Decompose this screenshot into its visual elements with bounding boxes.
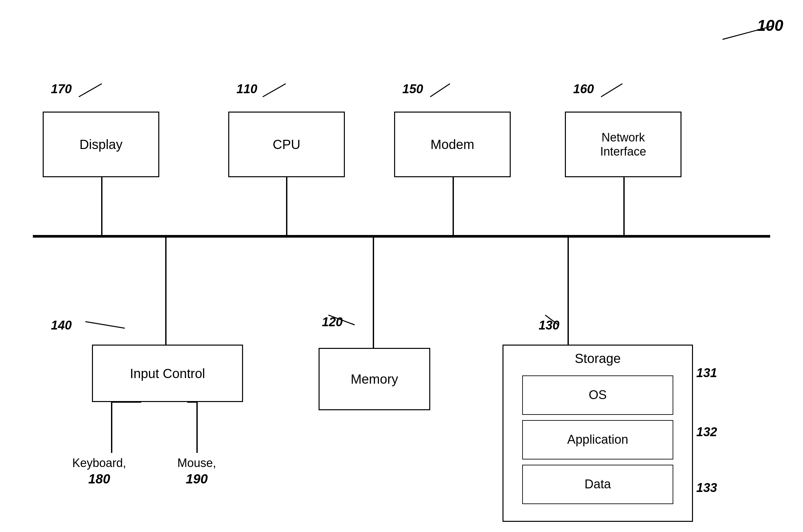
svg-line-18 bbox=[601, 84, 622, 97]
modem-box: Modem bbox=[394, 112, 511, 177]
svg-line-17 bbox=[430, 84, 450, 97]
data-box: Data bbox=[522, 465, 673, 504]
ref-133: 133 bbox=[696, 481, 717, 495]
ref-160: 160 bbox=[573, 82, 594, 96]
ref-150: 150 bbox=[402, 82, 423, 96]
diagram: 100 Display 170 CPU 110 Modem 150 Networ… bbox=[0, 0, 803, 532]
ref-170: 170 bbox=[51, 82, 72, 96]
display-box: Display bbox=[43, 112, 159, 177]
application-box: Application bbox=[522, 420, 673, 459]
os-box: OS bbox=[522, 376, 673, 415]
ref-110: 110 bbox=[236, 82, 257, 96]
svg-line-19 bbox=[85, 322, 125, 328]
svg-line-16 bbox=[263, 84, 286, 97]
svg-line-15 bbox=[79, 84, 102, 97]
ref-100: 100 bbox=[757, 16, 783, 35]
ref-180: 180 bbox=[72, 472, 126, 487]
ref-140: 140 bbox=[51, 318, 72, 332]
network-interface-box: Network Interface bbox=[565, 112, 681, 177]
cpu-box: CPU bbox=[228, 112, 345, 177]
input-control-box: Input Control bbox=[92, 345, 243, 402]
ref-132: 132 bbox=[696, 425, 717, 439]
storage-box: Storage OS Application Data bbox=[503, 345, 693, 522]
storage-label: Storage bbox=[510, 350, 686, 366]
keyboard-label: Keyboard, 180 bbox=[72, 456, 126, 487]
memory-box: Memory bbox=[318, 348, 430, 410]
mouse-label: Mouse, 190 bbox=[177, 456, 216, 487]
ref-130: 130 bbox=[539, 318, 559, 332]
ref-120: 120 bbox=[322, 315, 343, 329]
ref-131: 131 bbox=[696, 366, 717, 380]
ref-190: 190 bbox=[177, 472, 216, 487]
